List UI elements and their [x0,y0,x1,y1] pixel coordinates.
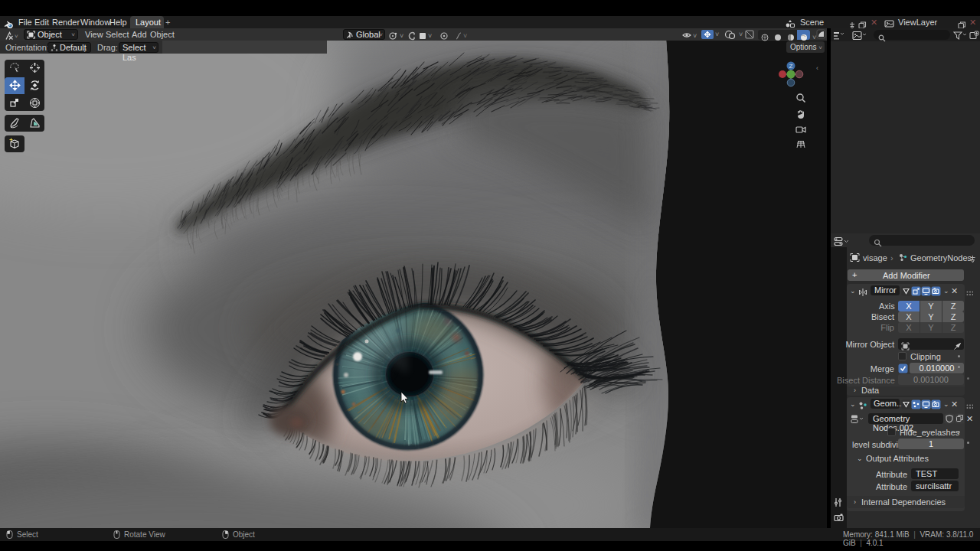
svg-text:Z: Z [789,63,793,70]
svg-text:˅: ˅ [83,47,87,54]
svg-text:˅: ˅ [715,31,719,38]
svg-text:˅: ˅ [693,32,697,40]
svg-text:˅: ˅ [739,31,743,38]
svg-text:˅: ˅ [428,32,432,40]
svg-text:‹: ‹ [816,64,818,72]
svg-text:˅: ˅ [463,32,467,40]
svg-text:˅: ˅ [400,32,403,40]
